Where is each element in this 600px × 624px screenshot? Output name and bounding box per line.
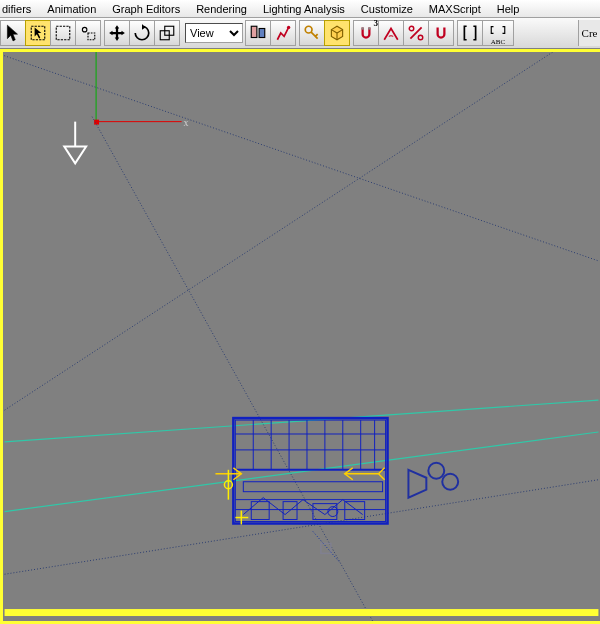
select-by-name-button[interactable] xyxy=(25,20,51,46)
window-crossing-button[interactable] xyxy=(75,20,101,46)
viewport-scene: x xyxy=(3,52,600,621)
key-icon xyxy=(303,24,321,42)
svg-line-22 xyxy=(5,400,599,442)
menu-lighting-analysis[interactable]: Lighting Analysis xyxy=(255,1,353,17)
svg-rect-7 xyxy=(259,29,265,38)
rotate-icon xyxy=(133,24,151,42)
manipulate-button[interactable] xyxy=(270,20,296,46)
keyboard-shortcut-override-button[interactable] xyxy=(299,20,325,46)
svg-rect-46 xyxy=(345,502,365,520)
svg-rect-1 xyxy=(56,26,70,40)
camera-icon xyxy=(408,463,458,498)
toolbar: View 3 xyxy=(0,18,600,49)
move-icon xyxy=(108,24,126,42)
cursor-area-icon xyxy=(29,24,47,42)
svg-rect-43 xyxy=(251,502,269,520)
svg-rect-6 xyxy=(251,26,257,37)
svg-rect-54 xyxy=(321,543,331,553)
spinner-snap-button[interactable] xyxy=(428,20,454,46)
select-object-button[interactable] xyxy=(0,20,26,46)
svg-point-2 xyxy=(82,27,87,32)
selection-mode-icon xyxy=(79,24,97,42)
svg-line-20 xyxy=(5,52,599,410)
pivot-icon xyxy=(249,24,267,42)
marquee-icon xyxy=(54,24,72,42)
create-tab[interactable]: Cre xyxy=(578,20,600,46)
menu-help[interactable]: Help xyxy=(489,1,528,17)
axis-gizmo: x xyxy=(94,52,189,128)
menu-customize[interactable]: Customize xyxy=(353,1,421,17)
angle-snap-button[interactable] xyxy=(378,20,404,46)
use-pivot-center-button[interactable] xyxy=(245,20,271,46)
move-button[interactable] xyxy=(104,20,130,46)
menu-animation[interactable]: Animation xyxy=(39,1,104,17)
manipulate-icon xyxy=(274,24,292,42)
svg-text:x: x xyxy=(184,117,189,128)
reference-coord-select[interactable]: View xyxy=(185,23,243,43)
3d-box-icon xyxy=(328,24,346,42)
percent-icon xyxy=(407,24,425,42)
svg-point-8 xyxy=(287,26,290,29)
rotate-button[interactable] xyxy=(129,20,155,46)
rotation-gizmo xyxy=(313,531,339,561)
selection-region-button[interactable] xyxy=(50,20,76,46)
brackets-icon xyxy=(461,24,479,42)
timebar-edge xyxy=(5,609,599,616)
svg-rect-11 xyxy=(368,27,370,29)
menu-graph-editors[interactable]: Graph Editors xyxy=(104,1,188,17)
menu-maxscript[interactable]: MAXScript xyxy=(421,1,489,17)
viewport[interactable]: x xyxy=(0,49,600,624)
snap-toggle-button[interactable]: 3 xyxy=(353,20,379,46)
angle-snap-icon xyxy=(382,24,400,42)
menu-rendering[interactable]: Rendering xyxy=(188,1,255,17)
svg-line-21 xyxy=(5,480,599,575)
svg-rect-45 xyxy=(313,504,337,520)
scale-icon xyxy=(158,24,176,42)
cursor-icon xyxy=(4,24,22,42)
snaps-toggle-button[interactable] xyxy=(324,20,350,46)
svg-rect-3 xyxy=(88,33,95,40)
menu-bar: difiers Animation Graph Editors Renderin… xyxy=(0,0,600,18)
svg-rect-40 xyxy=(243,482,382,492)
construction-plane-edges xyxy=(3,52,598,621)
abc-button[interactable]: ABC xyxy=(482,20,514,46)
named-sel-sets-button[interactable] xyxy=(457,20,483,46)
menu-modifiers[interactable]: difiers xyxy=(0,1,39,17)
svg-point-12 xyxy=(409,26,414,31)
scale-button[interactable] xyxy=(154,20,180,46)
svg-line-55 xyxy=(313,531,339,561)
magnet-icon xyxy=(357,24,375,42)
down-arrow-gizmo xyxy=(64,122,86,164)
magnet2-icon xyxy=(432,24,450,42)
svg-point-25 xyxy=(428,463,444,479)
svg-point-26 xyxy=(442,474,458,490)
svg-rect-10 xyxy=(362,27,364,29)
svg-point-13 xyxy=(418,35,423,40)
percent-snap-button[interactable] xyxy=(403,20,429,46)
abc-icon: ABC xyxy=(489,21,507,46)
svg-line-18 xyxy=(3,52,598,261)
